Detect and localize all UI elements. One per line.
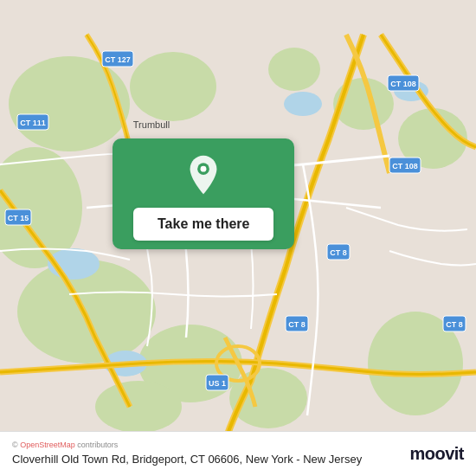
take-me-there-overlay: Take me there	[113, 138, 294, 249]
location-pin-icon	[183, 154, 224, 196]
map-container: CT 127 CT 108 CT 111 CT 108 CT 15 CT 8 C…	[0, 0, 476, 476]
svg-point-8	[268, 48, 320, 91]
svg-point-37	[201, 166, 207, 172]
svg-text:CT 8: CT 8	[288, 320, 306, 329]
openstreetmap-link[interactable]: OpenStreetMap	[20, 441, 75, 449]
svg-text:CT 108: CT 108	[390, 80, 416, 88]
moovit-brand-text: moovit	[409, 444, 464, 464]
svg-text:CT 8: CT 8	[446, 320, 463, 329]
svg-point-9	[130, 52, 216, 121]
moovit-name: moovit	[409, 444, 464, 463]
address-section: © OpenStreetMap contributors Cloverhill …	[12, 441, 401, 467]
svg-text:CT 15: CT 15	[8, 214, 29, 222]
take-me-there-button[interactable]: Take me there	[133, 208, 273, 241]
svg-text:US 1: US 1	[209, 379, 226, 388]
svg-text:CT 127: CT 127	[105, 55, 131, 64]
moovit-logo: moovit	[409, 444, 464, 464]
svg-text:CT 111: CT 111	[20, 119, 46, 127]
svg-text:CT 108: CT 108	[392, 162, 418, 170]
svg-point-1	[9, 56, 130, 151]
address-text: Cloverhill Old Town Rd, Bridgeport, CT 0…	[12, 452, 401, 467]
svg-text:CT 8: CT 8	[330, 248, 347, 257]
bottom-bar: © OpenStreetMap contributors Cloverhill …	[0, 431, 476, 476]
green-card: Take me there	[113, 138, 294, 249]
svg-text:Trumbull: Trumbull	[133, 119, 170, 130]
svg-point-14	[284, 92, 322, 116]
attribution: © OpenStreetMap contributors	[12, 441, 401, 449]
svg-point-11	[95, 381, 182, 433]
